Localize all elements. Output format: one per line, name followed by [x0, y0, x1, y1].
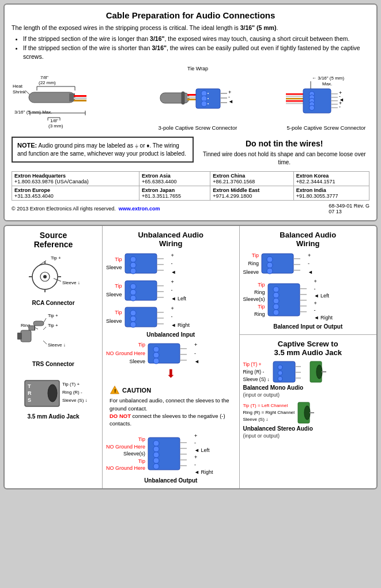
svg-rect-144 — [293, 270, 300, 271]
svg-rect-133 — [180, 442, 187, 443]
svg-rect-115 — [157, 312, 164, 313]
source-ref-col: SourceReference Tip + Sleeve ↓ — [5, 226, 103, 488]
caution-wrong: Tip NO Ground Here Sleeve + — [106, 341, 236, 365]
3pole-label: 3-pole Captive Screw Connector — [159, 125, 237, 131]
svg-line-82 — [43, 341, 47, 344]
do-not-tin: Do not tin the wires! Tinned wire does n… — [199, 137, 370, 167]
svg-rect-46 — [286, 100, 303, 102]
trs-connector: Tip + Ring - Tip + Sleeve ↓ — [8, 311, 99, 367]
dnt-title: Do not tin the wires! — [199, 139, 370, 148]
svg-rect-143 — [293, 264, 300, 265]
page-wrapper: Cable Preparation for Audio Connections … — [0, 0, 381, 493]
cable-diagram: Heat Shrink 7/8" (22 mm) 1/8" (3 mm) — [12, 70, 112, 131]
contact-asia: Extron Asia+65.6383.4400 — [139, 171, 210, 186]
bal-connector-2 — [267, 282, 313, 317]
bal-lr: Tip Ring Sleeve(s) Tip Ring — [243, 278, 374, 322]
svg-rect-87 — [21, 330, 31, 342]
bullet-1: If the stripped section of the wire is l… — [23, 35, 369, 43]
connector-3pole-1 — [124, 252, 170, 274]
note-caution-row: NOTE: Audio ground pins may be labeled a… — [12, 137, 369, 167]
svg-point-132 — [153, 463, 159, 469]
svg-rect-138 — [262, 254, 293, 273]
caution-body: For unbalanced audio, connect the sleeve… — [110, 397, 229, 411]
contact-korea: Extron Korea+82.2.3444.1571 — [293, 171, 369, 186]
svg-rect-124 — [180, 360, 187, 361]
svg-rect-118 — [148, 344, 180, 363]
dnt-body: Tinned wire does not hold its shape and … — [199, 150, 370, 167]
svg-rect-23 — [187, 94, 196, 96]
svg-rect-145 — [268, 284, 300, 316]
bottom-card: SourceReference Tip + Sleeve ↓ — [3, 225, 378, 489]
svg-line-78 — [44, 318, 46, 322]
mono-title: Balanced Mono Audio — [243, 385, 374, 391]
svg-point-147 — [273, 292, 279, 298]
unbalanced-output-label: Unbalanced Output — [106, 477, 236, 484]
svg-text:← 3/16" (5 mm): ← 3/16" (5 mm) — [312, 76, 345, 81]
contact-me: Extron Middle East+971.4.299.1800 — [210, 186, 293, 200]
note-label: NOTE: — [17, 142, 37, 149]
diagrams-row: Heat Shrink 7/8" (22 mm) 1/8" (3 mm) — [12, 66, 369, 131]
top-card-title: Cable Preparation for Audio Connections — [12, 10, 369, 20]
svg-rect-22 — [160, 93, 189, 103]
caution-triangle-icon: ! — [110, 385, 120, 395]
svg-rect-116 — [157, 318, 164, 319]
svg-text:◄: ◄ — [228, 99, 233, 104]
svg-text:T: T — [28, 383, 31, 389]
svg-point-140 — [267, 262, 273, 268]
svg-rect-152 — [300, 294, 307, 295]
unbalanced-col: Unbalanced AudioWiring Tip Sleeve — [103, 226, 240, 488]
svg-point-53 — [310, 105, 315, 110]
svg-rect-160 — [295, 366, 301, 367]
svg-rect-60 — [331, 104, 338, 105]
unbal-output-left: Tip NO Ground Here Sleeve(s) Tip NO Grou… — [106, 432, 236, 476]
svg-point-159 — [278, 376, 282, 381]
svg-text:R: R — [28, 390, 32, 396]
svg-rect-25 — [187, 99, 196, 100]
svg-rect-153 — [300, 300, 307, 301]
svg-rect-123 — [180, 354, 187, 355]
svg-text:(3 mm): (3 mm) — [48, 123, 63, 129]
svg-rect-13 — [29, 92, 75, 103]
svg-text:Heat: Heat — [13, 84, 23, 89]
svg-rect-109 — [157, 291, 164, 292]
svg-point-164 — [316, 365, 322, 379]
connector-5pole-out — [147, 436, 193, 471]
svg-text:7/8": 7/8" — [40, 75, 48, 80]
bullet-list: If the stripped section of the wire is l… — [23, 35, 369, 61]
svg-rect-142 — [293, 258, 300, 259]
svg-point-99 — [130, 262, 136, 268]
svg-point-128 — [153, 440, 159, 446]
svg-text:1/8": 1/8" — [50, 118, 58, 123]
svg-rect-127 — [148, 438, 180, 470]
svg-text:Shrink: Shrink — [13, 89, 27, 95]
caution-do-not: DO NOT — [110, 413, 131, 419]
svg-text:Sleeve ↓: Sleeve ↓ — [62, 280, 80, 285]
svg-rect-47 — [286, 103, 303, 104]
svg-text:Tip +: Tip + — [51, 255, 61, 261]
unbal-left: Tip Sleeve + - ◄ — [106, 278, 236, 303]
svg-point-157 — [278, 365, 282, 370]
svg-rect-85 — [29, 326, 35, 330]
svg-rect-15 — [74, 95, 86, 97]
svg-rect-161 — [295, 372, 301, 373]
svg-rect-62 — [331, 107, 338, 108]
contact-japan: Extron Japan+81.3.3511.7655 — [139, 186, 210, 200]
svg-rect-34 — [220, 93, 227, 94]
svg-point-93 — [48, 385, 57, 402]
svg-text:S: S — [28, 397, 31, 403]
svg-text:Tip (T) +: Tip (T) + — [62, 382, 80, 387]
svg-rect-83 — [33, 321, 44, 326]
svg-rect-54 — [331, 93, 338, 95]
35mm-jack: T R S Tip (T) + Ring (R) - Sleeve (S) ↓ … — [8, 372, 99, 420]
doc-info: 68-349-01 Rev. G 07 13 — [329, 203, 369, 214]
svg-rect-88 — [17, 333, 22, 340]
svg-rect-156 — [273, 361, 295, 382]
unbalanced-input-label: Unbalanced Input — [106, 331, 236, 338]
svg-rect-16 — [74, 97, 86, 99]
svg-rect-45 — [286, 98, 303, 100]
svg-rect-111 — [125, 307, 157, 327]
captive-title: Captive Screw to3.5 mm Audio Jack — [243, 340, 374, 357]
svg-point-167 — [304, 406, 310, 420]
svg-rect-102 — [157, 264, 164, 265]
svg-text:-: - — [339, 104, 341, 110]
